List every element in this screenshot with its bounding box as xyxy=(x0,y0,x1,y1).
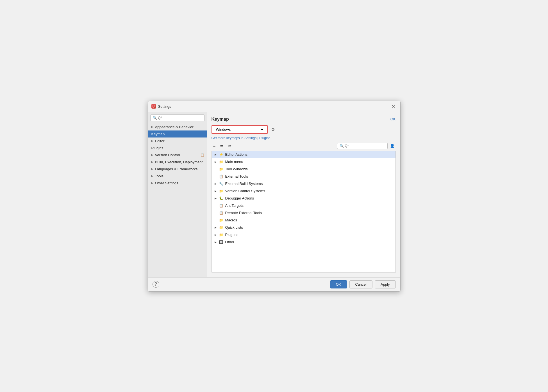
content-header: Keymap OK xyxy=(212,117,396,122)
folder-icon: 📁 xyxy=(219,225,224,230)
keymap-tree: ▶ ⚡ Editor Actions ▶ 📁 Main menu ▶ 📁 Too… xyxy=(212,151,396,273)
build-icon: 🔧 xyxy=(219,182,224,186)
reset-button[interactable]: OK xyxy=(390,117,396,121)
tree-item-macros[interactable]: ▶ 📁 Macros xyxy=(212,217,395,224)
footer-left: ? xyxy=(153,281,159,288)
tree-item-label: Quick Lists xyxy=(225,225,243,230)
folder-icon: 📁 xyxy=(219,189,224,193)
tree-arrow-icon: ▶ xyxy=(214,226,217,229)
sidebar-item-build-execution[interactable]: ▶ Build, Execution, Deployment xyxy=(148,159,207,166)
tree-item-external-tools[interactable]: ▶ 📋 External Tools xyxy=(212,173,395,180)
tree-arrow-icon: ▶ xyxy=(214,190,217,192)
tree-item-external-build-systems[interactable]: ▶ 🔧 External Build Systems xyxy=(212,180,395,187)
tree-item-label: Remote External Tools xyxy=(225,211,262,215)
sidebar-search-container[interactable]: 🔍 xyxy=(150,114,204,121)
tree-arrow-icon: ▶ xyxy=(214,182,217,185)
tree-item-quick-lists[interactable]: ▶ 📁 Quick Lists xyxy=(212,224,395,231)
editor-actions-icon: ⚡ xyxy=(219,152,224,157)
tree-item-plug-ins[interactable]: ▶ 📁 Plug-ins xyxy=(212,231,395,239)
tree-item-editor-actions[interactable]: ▶ ⚡ Editor Actions xyxy=(212,151,395,158)
folder-icon: 📁 xyxy=(219,233,224,237)
dialog-footer: ? OK Cancel Apply xyxy=(148,277,400,291)
titlebar: U Settings ✕ xyxy=(148,101,400,112)
keymap-dropdown[interactable]: Windows macOS Eclipse NetBeans xyxy=(212,125,268,134)
page-title: Keymap xyxy=(212,117,229,122)
main-content: Keymap OK Windows macOS Eclipse NetBeans… xyxy=(207,112,400,277)
tree-item-label: Tool Windows xyxy=(225,167,248,171)
gear-button[interactable]: ⚙ xyxy=(270,126,276,133)
keymap-select[interactable]: Windows macOS Eclipse NetBeans xyxy=(215,127,264,132)
collapse-all-button[interactable]: ≒ xyxy=(218,142,225,150)
find-shortcut-button[interactable]: 👤 xyxy=(389,143,396,149)
external-tools-icon: 📋 xyxy=(219,174,224,179)
sidebar-item-keymap[interactable]: Keymap xyxy=(148,130,207,137)
sidebar-item-editor[interactable]: ▶ Editor xyxy=(148,137,207,145)
arrow-icon: ▶ xyxy=(151,139,153,142)
tree-item-label: Editor Actions xyxy=(225,152,248,157)
sidebar-item-languages[interactable]: ▶ Languages & Frameworks xyxy=(148,166,207,173)
tree-item-tool-windows[interactable]: ▶ 📁 Tool Windows xyxy=(212,166,395,173)
app-icon: U xyxy=(151,104,156,109)
tree-item-label: Plug-ins xyxy=(225,233,238,237)
toolbar-left: ≡ ≒ ✏ xyxy=(212,142,234,150)
arrow-icon: ▶ xyxy=(151,153,153,156)
sidebar-item-label: Editor xyxy=(155,139,165,143)
tree-item-other[interactable]: ▶ 🔲 Other xyxy=(212,239,395,246)
sidebar-item-version-control[interactable]: ▶ Version Control 📋 xyxy=(148,152,207,159)
ant-icon: 📋 xyxy=(219,203,224,208)
help-button[interactable]: ? xyxy=(153,281,159,288)
sidebar-item-plugins[interactable]: Plugins xyxy=(148,145,207,152)
close-button[interactable]: ✕ xyxy=(390,103,397,110)
edit-button[interactable]: ✏ xyxy=(226,142,233,150)
sidebar-item-label: Version Control xyxy=(155,153,180,157)
toolbar-row: ≡ ≒ ✏ 🔍 👤 xyxy=(212,142,396,150)
tree-item-debugger-actions[interactable]: ▶ 🐛 Debugger Actions xyxy=(212,195,395,202)
sidebar-item-label: Tools xyxy=(155,174,163,178)
keymap-selector-row: Windows macOS Eclipse NetBeans ⚙ xyxy=(212,125,396,134)
keymap-search-input[interactable] xyxy=(345,144,385,148)
footer-right: OK Cancel Apply xyxy=(330,280,396,288)
sidebar-item-appearance[interactable]: ▶ Appearance & Behavior xyxy=(148,123,207,130)
settings-dialog: U Settings ✕ 🔍 ▶ Appearance & Behavior K… xyxy=(148,101,401,292)
sidebar-item-label: Build, Execution, Deployment xyxy=(155,160,203,164)
get-more-keymaps-link[interactable]: Get more keymaps in Settings | Plugins xyxy=(212,136,396,140)
sidebar-item-other-settings[interactable]: ▶ Other Settings xyxy=(148,180,207,187)
other-icon: 🔲 xyxy=(219,240,224,244)
folder-icon: 📁 xyxy=(219,167,224,171)
expand-all-button[interactable]: ≡ xyxy=(212,142,217,150)
tree-arrow-icon: ▶ xyxy=(214,153,217,156)
sidebar-item-label: Appearance & Behavior xyxy=(155,125,194,129)
tree-item-label: Main menu xyxy=(225,160,243,164)
cancel-button[interactable]: Cancel xyxy=(349,280,372,288)
tree-arrow-icon: ▶ xyxy=(214,241,217,244)
sidebar-item-tools[interactable]: ▶ Tools xyxy=(148,173,207,180)
sidebar-search-input[interactable] xyxy=(158,116,202,120)
titlebar-left: U Settings xyxy=(151,104,171,109)
tree-item-label: Ant Targets xyxy=(225,203,244,208)
tree-item-label: Macros xyxy=(225,218,237,222)
tree-item-remote-external-tools[interactable]: ▶ 📋 Remote External Tools xyxy=(212,209,395,217)
debugger-icon: 🐛 xyxy=(219,196,224,201)
arrow-icon: ▶ xyxy=(151,168,153,170)
tree-arrow-icon: ▶ xyxy=(214,197,217,200)
tree-item-label: External Build Systems xyxy=(225,182,263,186)
arrow-icon: ▶ xyxy=(151,182,153,184)
arrow-icon: ▶ xyxy=(151,161,153,163)
tree-item-ant-targets[interactable]: ▶ 📋 Ant Targets xyxy=(212,202,395,209)
remote-icon: 📋 xyxy=(219,211,224,215)
tree-item-label: Other xyxy=(225,240,235,244)
folder-icon: 📁 xyxy=(219,160,224,164)
copy-icon: 📋 xyxy=(201,153,204,157)
ok-button[interactable]: OK xyxy=(330,280,347,288)
tree-item-main-menu[interactable]: ▶ 📁 Main menu xyxy=(212,158,395,166)
search-box[interactable]: 🔍 xyxy=(337,143,388,149)
sidebar-search-icon: 🔍 xyxy=(153,116,157,120)
dialog-body: 🔍 ▶ Appearance & Behavior Keymap ▶ Edito… xyxy=(148,112,400,277)
apply-button[interactable]: Apply xyxy=(375,280,396,288)
toolbar-right: 🔍 👤 xyxy=(337,143,396,149)
search-icon: 🔍 xyxy=(340,144,344,148)
sidebar-item-label: Plugins xyxy=(151,146,163,150)
tree-item-version-control-systems[interactable]: ▶ 📁 Version Control Systems xyxy=(212,187,395,195)
sidebar-item-label: Languages & Frameworks xyxy=(155,167,198,171)
dialog-title: Settings xyxy=(158,104,171,109)
